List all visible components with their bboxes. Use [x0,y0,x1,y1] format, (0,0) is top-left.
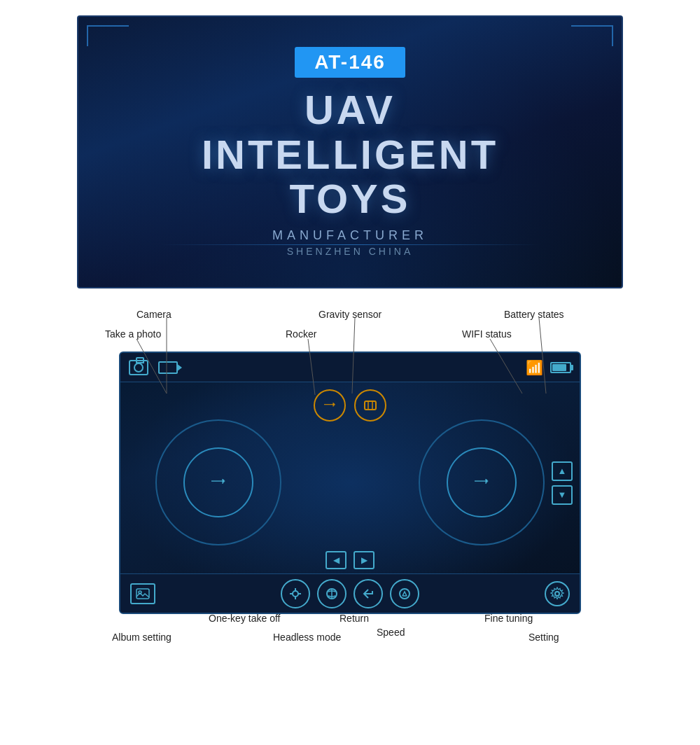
top-bar-right: 📶 [526,359,571,376]
model-badge: AT-146 [295,47,405,78]
controller-bottom-bar [120,573,580,613]
label-headless-mode: Headless mode [273,631,341,643]
svg-point-27 [400,589,410,599]
battery-fill [552,364,566,371]
left-dpad-icon: ⭢ [211,475,226,490]
right-joystick-outer[interactable]: ⭢ [419,419,545,545]
hero-subtitle: MANUFACTURER [272,228,428,243]
controller-screen: 📶 ⭢ [119,351,581,614]
bottom-center-buttons [281,579,419,608]
top-bar-left [129,360,178,375]
right-dpad-icon: ⭢ [474,475,489,490]
center-top-icons: ⭢ [314,389,386,422]
hero-decorative-line [160,244,540,245]
hero-banner: AT-146 UAV INTELLIGENT TOYS MANUFACTURER… [77,15,623,288]
gravity-sensor-icon[interactable] [354,389,386,422]
label-camera: Camera [136,308,172,321]
speed-button[interactable] [390,579,419,608]
corner-decoration-tl [87,25,129,46]
right-arrow-buttons: ▲ ▼ [552,461,573,505]
right-arrow-button[interactable]: ▶ [354,551,374,569]
svg-point-20 [293,591,298,597]
hero-sub2: SHENZHEN CHINA [287,246,413,257]
label-fine-tuning: Fine tuning [484,612,533,625]
down-arrow-button[interactable]: ▼ [552,485,573,505]
svg-rect-18 [136,589,149,599]
one-key-takeoff-button[interactable] [281,579,310,608]
left-arrow-button[interactable]: ◀ [326,551,346,569]
brand-title: UAV INTELLIGENT TOYS [202,88,498,221]
battery-icon [550,362,571,373]
label-gravity-sensor: Gravity sensor [318,308,382,321]
camera-icon[interactable] [129,360,148,375]
right-joystick-inner[interactable]: ⭢ [447,447,517,517]
controller-container: 📶 ⭢ [14,351,686,614]
label-setting: Setting [528,631,559,643]
label-wifi-status: WIFI status [462,328,512,340]
label-speed: Speed [377,626,405,639]
left-joystick-outer[interactable]: ⭢ [155,419,281,545]
rocker-icon[interactable]: ⭢ [314,389,346,422]
left-joystick-inner[interactable]: ⭢ [183,447,253,517]
label-battery-states: Battery states [504,308,564,321]
headless-mode-button[interactable] [317,579,346,608]
wifi-icon: 📶 [526,359,543,376]
settings-button[interactable] [545,581,570,606]
label-take-photo: Take a photo [105,328,161,340]
up-arrow-button[interactable]: ▲ [552,461,573,481]
video-icon[interactable] [158,361,178,374]
label-return: Return [340,612,369,625]
diagram-section: Camera Take a photo Rocker Gravity senso… [14,302,686,656]
return-button[interactable] [354,579,383,608]
label-one-key-takeoff: One-key take off [209,612,280,625]
lr-arrow-buttons: ◀ ▶ [326,551,374,569]
corner-decoration-tr [571,25,613,46]
controller-top-bar: 📶 [120,353,580,382]
svg-rect-15 [365,401,376,410]
label-album-setting: Album setting [112,631,172,643]
svg-point-29 [555,592,559,596]
label-rocker: Rocker [286,328,316,340]
album-button[interactable] [130,583,155,604]
